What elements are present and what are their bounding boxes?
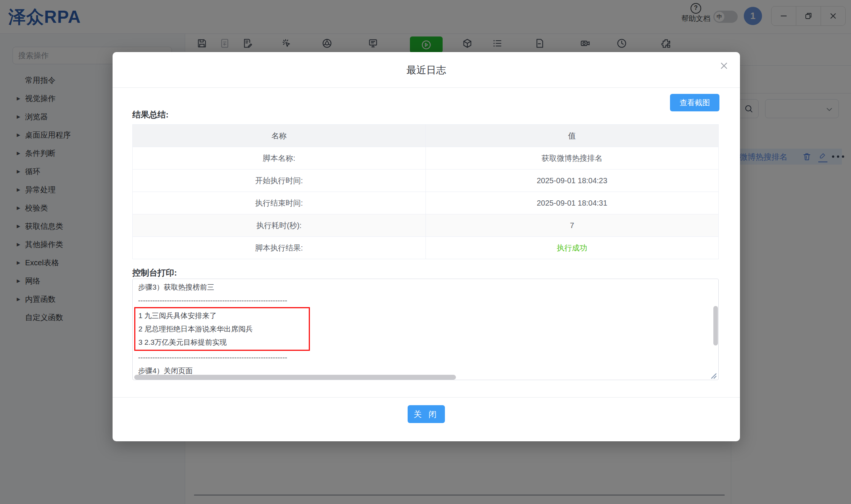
language-toggle[interactable]: 中 <box>713 11 738 23</box>
row-value: 2025-09-01 18:04:31 <box>426 192 719 214</box>
canvas-scrollbar[interactable] <box>194 494 725 496</box>
pencil-icon <box>818 152 827 160</box>
search-icon <box>744 104 754 114</box>
table-row: 脚本执行结果: 执行成功 <box>133 237 719 259</box>
app-header: 泽众RPA 帮助文档 中 1 <box>0 0 851 34</box>
task-list-button[interactable] <box>492 38 503 49</box>
play-circle-icon <box>421 40 432 50</box>
chevron-down-icon <box>825 105 834 114</box>
hot-search-3: 3 2.3万亿美元目标提前实现 <box>138 336 309 349</box>
revert-icon <box>219 38 230 49</box>
row-value: 7 <box>426 214 719 237</box>
chevron-right-icon <box>17 242 25 247</box>
close-modal-button[interactable]: 关 闭 <box>408 405 445 423</box>
desktop-recorder-button[interactable] <box>368 38 378 49</box>
puzzle-icon <box>661 38 672 49</box>
table-header-row: 名称 值 <box>133 125 719 147</box>
file-icon <box>534 38 545 49</box>
chevron-right-icon <box>17 296 25 302</box>
modal-title: 最近日志 <box>113 63 740 77</box>
language-toggle-knob: 中 <box>714 12 724 22</box>
script-filter-select[interactable] <box>765 99 839 118</box>
pick-element-button[interactable] <box>281 38 292 49</box>
script-list-panel: 获取微博热搜排名 <box>731 53 851 504</box>
chevron-right-icon <box>17 114 25 119</box>
user-avatar[interactable]: 1 <box>744 7 762 25</box>
result-summary-table: 名称 值 脚本名称: 获取微博热搜排名 开始执行时间: 2025-09-01 1… <box>132 124 719 259</box>
row-name: 开始执行时间: <box>133 170 426 192</box>
console-print-label: 控制台打印: <box>132 267 177 279</box>
col-name-header: 名称 <box>133 125 426 147</box>
history-button[interactable] <box>616 38 627 49</box>
log-file-button[interactable] <box>534 38 545 49</box>
record-video-button[interactable] <box>580 38 591 49</box>
package-button[interactable] <box>462 38 473 49</box>
row-name: 脚本名称: <box>133 147 426 170</box>
result-summary-label: 结果总结: <box>132 109 168 120</box>
chevron-right-icon <box>17 187 25 192</box>
cursor-click-icon <box>281 38 292 49</box>
console-line-step3: 步骤3）获取热搜榜前三 <box>138 281 713 294</box>
monitor-icon <box>368 38 378 49</box>
app-screen: 泽众RPA 帮助文档 中 1 常用指令 视觉操作 浏览器 桌面应用程序 <box>0 0 851 504</box>
row-value: 获取微博热搜排名 <box>426 147 719 170</box>
chevron-right-icon <box>17 132 25 138</box>
console-horizontal-scrollbar[interactable] <box>134 375 456 380</box>
row-name: 执行耗时(秒): <box>133 214 426 237</box>
script-edit-icon <box>242 38 253 49</box>
hot-search-2: 2 尼总理拒绝日本游说来华出席阅兵 <box>138 322 309 336</box>
save-button[interactable] <box>197 38 207 49</box>
save-icon <box>197 38 207 49</box>
recent-log-modal: 最近日志 查看截图 结果总结: 名称 值 脚本名称: 获取微博热搜排名 开始执行… <box>113 52 740 441</box>
divider <box>113 397 740 398</box>
chevron-right-icon <box>17 169 25 174</box>
edit-script-button[interactable] <box>242 38 253 49</box>
table-row: 执行结束时间: 2025-09-01 18:04:31 <box>133 192 719 214</box>
minimize-button[interactable] <box>772 6 796 25</box>
chevron-right-icon <box>17 205 25 211</box>
more-actions-icon[interactable] <box>832 155 845 158</box>
question-circle-icon <box>691 3 701 14</box>
divider <box>731 65 851 66</box>
highlight-red-box: 1 九三阅兵具体安排来了 2 尼总理拒绝日本游说来华出席阅兵 3 2.3万亿美元… <box>134 307 310 351</box>
chevron-right-icon <box>17 278 25 284</box>
row-name: 脚本执行结果: <box>133 237 426 259</box>
help-docs-button[interactable]: 帮助文档 <box>679 3 713 24</box>
run-script-button[interactable] <box>410 36 443 53</box>
view-screenshot-button[interactable]: 查看截图 <box>670 94 719 111</box>
divider <box>113 87 740 88</box>
restore-button[interactable] <box>796 6 821 25</box>
list-icon <box>492 38 503 49</box>
history-clock-icon <box>616 38 627 49</box>
row-value: 2025-09-01 18:04:23 <box>426 170 719 192</box>
browser-chrome-button[interactable] <box>322 38 332 49</box>
col-value-header: 值 <box>426 125 719 147</box>
trash-icon[interactable] <box>802 152 811 161</box>
chevron-right-icon <box>17 223 25 229</box>
window-controls <box>771 6 846 26</box>
table-row: 开始执行时间: 2025-09-01 18:04:23 <box>133 170 719 192</box>
console-output[interactable]: 步骤3）获取热搜榜前三 ----------------------------… <box>132 279 719 380</box>
modal-close-button[interactable] <box>719 60 729 71</box>
revert-button[interactable] <box>219 38 230 49</box>
table-row: 执行耗时(秒): 7 <box>133 214 719 237</box>
help-docs-label: 帮助文档 <box>681 14 710 22</box>
cube-icon <box>462 38 473 49</box>
console-divider: ----------------------------------------… <box>138 294 713 307</box>
row-name: 执行结束时间: <box>133 192 426 214</box>
minimize-icon <box>779 11 788 21</box>
divider <box>731 93 851 94</box>
hot-search-1: 1 九三阅兵具体安排来了 <box>138 309 309 322</box>
chevron-right-icon <box>17 151 25 156</box>
camera-icon <box>580 38 591 49</box>
resize-grip-icon[interactable] <box>709 371 717 379</box>
edit-pencil-icon[interactable] <box>818 152 827 162</box>
toolbar <box>186 34 851 53</box>
console-vertical-scrollbar[interactable] <box>713 306 718 346</box>
chevron-right-icon <box>17 96 25 101</box>
chrome-icon <box>322 38 332 49</box>
close-window-button[interactable] <box>821 6 845 25</box>
console-divider: ----------------------------------------… <box>138 351 713 364</box>
plugin-button[interactable] <box>661 38 672 49</box>
table-row: 脚本名称: 获取微博热搜排名 <box>133 147 719 170</box>
